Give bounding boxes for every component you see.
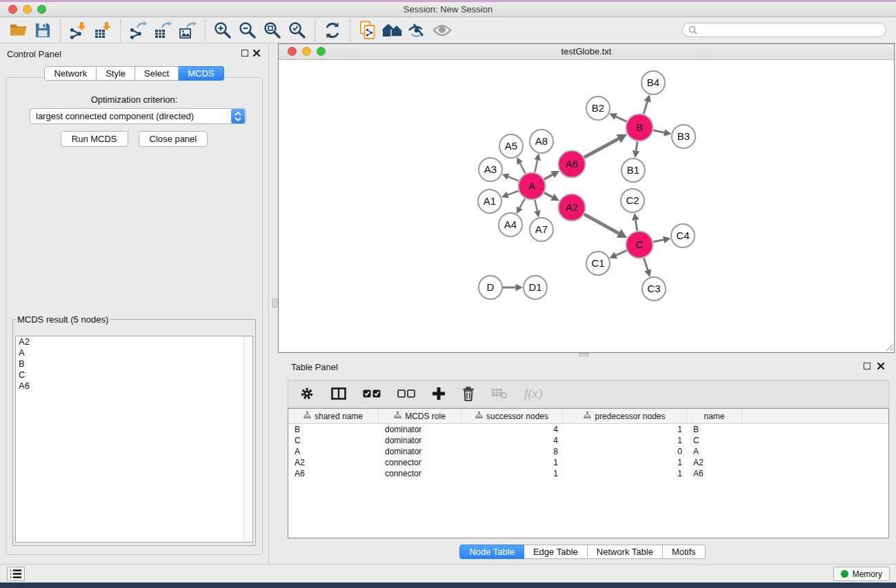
- tab-network[interactable]: Network: [44, 66, 97, 81]
- table-row[interactable]: A2connector11A2: [288, 457, 888, 468]
- graph-edge-B-B3[interactable]: [653, 129, 671, 136]
- delete-column-icon[interactable]: [462, 385, 475, 403]
- network-canvas[interactable]: B4B2BB3A8A5A6A3B1AA1C2A2A4A7C4CC1DD1C3: [279, 60, 894, 352]
- graph-edge-D-D1[interactable]: [503, 284, 523, 292]
- graph-node-B4[interactable]: B4: [641, 71, 665, 94]
- mcds-result-item[interactable]: C: [16, 369, 252, 381]
- optimization-criterion-select[interactable]: largest connected component (directed): [30, 108, 246, 124]
- graphics-details-icon[interactable]: [405, 19, 430, 42]
- table-row[interactable]: Adominator80A: [288, 446, 888, 457]
- table-cell[interactable]: 4: [461, 436, 563, 445]
- table-float-icon[interactable]: [864, 363, 870, 369]
- open-session-icon[interactable]: [6, 19, 30, 42]
- zoom-in-icon[interactable]: [210, 19, 235, 42]
- table-cell[interactable]: 4: [461, 425, 563, 434]
- table-settings-gear-icon[interactable]: [299, 385, 315, 403]
- column-visibility-icon[interactable]: [331, 385, 346, 403]
- table-cell[interactable]: connector: [379, 469, 461, 478]
- table-cell[interactable]: 1: [563, 458, 687, 467]
- graph-node-B3[interactable]: B3: [672, 125, 695, 148]
- function-builder-icon[interactable]: f(x): [524, 385, 542, 403]
- graph-node-A7[interactable]: A7: [530, 218, 553, 241]
- table-cell[interactable]: 0: [563, 447, 687, 456]
- zoom-selected-icon[interactable]: [285, 19, 310, 42]
- table-cell[interactable]: 8: [461, 447, 563, 456]
- close-panel-button[interactable]: Close panel: [139, 131, 208, 147]
- graph-edge-A-A3[interactable]: [502, 174, 519, 181]
- table-cell[interactable]: B: [288, 425, 379, 434]
- memory-button[interactable]: Memory: [833, 567, 890, 581]
- graph-node-B[interactable]: B: [626, 114, 653, 141]
- graph-edge-A-A5[interactable]: [517, 157, 525, 174]
- graph-node-C3[interactable]: C3: [642, 277, 666, 301]
- graph-edge-A-A7[interactable]: [534, 200, 540, 217]
- table-cell[interactable]: 1: [461, 458, 563, 467]
- graph-node-A6[interactable]: A6: [559, 151, 586, 178]
- graph-node-C1[interactable]: C1: [586, 252, 610, 275]
- table-cell[interactable]: A2: [687, 458, 742, 467]
- table-cell[interactable]: A2: [288, 458, 379, 467]
- import-network-icon[interactable]: [66, 19, 90, 42]
- graph-node-A1[interactable]: A1: [478, 190, 501, 213]
- table-cell[interactable]: B: [687, 425, 742, 434]
- table-row[interactable]: Cdominator41C: [288, 435, 888, 446]
- export-network-icon[interactable]: [126, 19, 150, 42]
- column-header-successor-nodes[interactable]: successor nodes: [461, 409, 563, 423]
- select-all-icon[interactable]: [363, 385, 381, 403]
- table-cell[interactable]: dominator: [379, 447, 461, 456]
- mcds-result-item[interactable]: A2: [16, 336, 252, 347]
- graph-edge-C-C1[interactable]: [609, 250, 626, 258]
- graph-edge-C-C4[interactable]: [653, 236, 670, 243]
- column-header-shared-name[interactable]: shared name: [288, 409, 379, 423]
- table-cell[interactable]: 1: [563, 469, 687, 478]
- graph-node-C2[interactable]: C2: [621, 189, 644, 212]
- table-cell[interactable]: C: [687, 436, 742, 445]
- run-mcds-button[interactable]: Run MCDS: [61, 131, 128, 147]
- table-cell[interactable]: connector: [379, 458, 461, 467]
- column-header-mcds-role[interactable]: MCDS role: [379, 409, 461, 423]
- table-close-icon[interactable]: [877, 362, 885, 370]
- table-cell[interactable]: A6: [687, 469, 742, 478]
- table-cell[interactable]: dominator: [379, 425, 461, 434]
- table-row[interactable]: A6connector11A6: [288, 468, 888, 479]
- graph-node-D[interactable]: D: [479, 276, 502, 299]
- save-session-icon[interactable]: [30, 19, 55, 42]
- table-tab-edge-table[interactable]: Edge Table: [524, 545, 588, 559]
- task-history-button[interactable]: [7, 567, 25, 581]
- table-tab-network-table[interactable]: Network Table: [588, 545, 663, 559]
- zoom-out-icon[interactable]: [235, 19, 260, 42]
- mcds-result-list[interactable]: A2ABCA6: [15, 336, 253, 543]
- graph-edge-B-B2[interactable]: [609, 113, 626, 121]
- delete-table-icon[interactable]: [491, 385, 508, 403]
- tab-select[interactable]: Select: [135, 66, 179, 81]
- table-cell[interactable]: C: [288, 436, 379, 445]
- tab-mcds[interactable]: MCDS: [179, 66, 223, 81]
- graph-edge-B-B1[interactable]: [633, 141, 639, 158]
- apply-layout-icon[interactable]: [320, 19, 345, 42]
- graph-edge-A2-C[interactable]: [584, 214, 627, 238]
- graph-edge-A-A4[interactable]: [517, 199, 525, 214]
- graph-node-A8[interactable]: A8: [530, 130, 553, 153]
- graph-node-C4[interactable]: C4: [671, 224, 695, 247]
- table-cell[interactable]: dominator: [379, 436, 461, 445]
- graph-node-A[interactable]: A: [519, 173, 546, 200]
- import-table-icon[interactable]: [90, 19, 115, 42]
- vertical-split-grip[interactable]: [272, 298, 277, 307]
- show-hide-icon[interactable]: [430, 19, 455, 42]
- table-tab-motifs[interactable]: Motifs: [663, 545, 706, 559]
- mcds-result-scrollbar[interactable]: [243, 336, 252, 542]
- export-image-icon[interactable]: [175, 19, 200, 42]
- graph-edge-C-C2[interactable]: [632, 213, 639, 231]
- search-input[interactable]: [701, 26, 880, 35]
- graph-node-A2[interactable]: A2: [559, 194, 586, 221]
- resize-corner-icon[interactable]: [885, 343, 893, 352]
- graph-edge-A-A1[interactable]: [501, 191, 519, 198]
- graph-edge-A-A6[interactable]: [544, 171, 559, 179]
- table-cell[interactable]: A: [288, 447, 379, 456]
- zoom-fit-icon[interactable]: [260, 19, 285, 42]
- table-row[interactable]: Bdominator41B: [288, 424, 888, 435]
- add-column-icon[interactable]: [432, 385, 446, 403]
- graph-edge-A-A8[interactable]: [534, 154, 540, 172]
- table-tab-node-table[interactable]: Node Table: [459, 545, 524, 559]
- mcds-result-item[interactable]: A6: [16, 381, 252, 392]
